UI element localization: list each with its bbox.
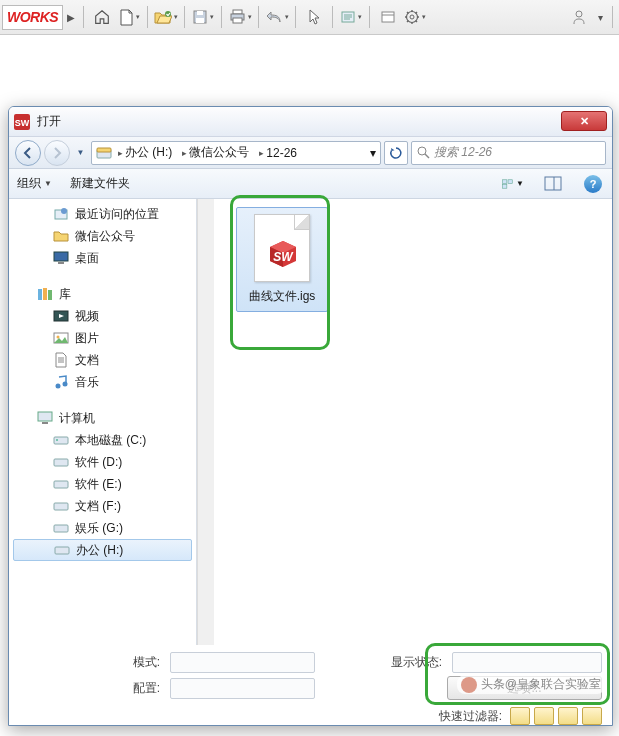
svg-rect-43 [38, 412, 52, 421]
tree-scrollbar[interactable] [197, 199, 214, 645]
save-icon[interactable] [190, 4, 216, 30]
tree-disk-g[interactable]: 娱乐 (G:) [9, 517, 196, 539]
state-dropdown[interactable] [452, 652, 602, 673]
app-icon: SW [13, 113, 31, 131]
search-input[interactable]: 搜索 12-26 [411, 141, 606, 165]
config-label: 配置: [19, 680, 164, 697]
address-bar[interactable]: ▸办公 (H:) ▸微信公众号 ▸12-26 ▾ [91, 141, 381, 165]
svg-rect-2 [197, 11, 203, 15]
svg-rect-29 [545, 177, 561, 190]
tree-documents[interactable]: 文档 [9, 349, 196, 371]
help-button[interactable]: ? [582, 173, 604, 195]
options-icon[interactable] [375, 4, 401, 30]
svg-rect-37 [48, 290, 52, 300]
file-item[interactable]: SW 曲线文件.igs [232, 201, 332, 318]
filter-assembly-icon[interactable] [510, 707, 530, 725]
open-folder-icon[interactable] [153, 4, 179, 30]
svg-point-42 [63, 382, 68, 387]
tree-libraries[interactable]: 库 [9, 283, 196, 305]
command-bar: 组织▼ 新建文件夹 ▼ ? [9, 169, 612, 199]
svg-rect-48 [54, 481, 68, 488]
mode-dropdown[interactable] [170, 652, 315, 673]
organize-menu[interactable]: 组织▼ [17, 175, 52, 192]
svg-point-41 [56, 384, 61, 389]
home-icon[interactable] [89, 4, 115, 30]
filter-label: 快速过滤器: [439, 708, 502, 725]
close-button[interactable]: ✕ [561, 111, 607, 131]
preview-pane-button[interactable] [542, 173, 564, 195]
drive-icon [96, 145, 112, 161]
svg-point-10 [410, 15, 414, 19]
svg-rect-50 [54, 525, 68, 532]
svg-point-40 [57, 336, 60, 339]
user-dropdown-icon[interactable]: ▾ [593, 12, 607, 23]
tree-desktop[interactable]: 桌面 [9, 247, 196, 269]
svg-rect-51 [55, 547, 69, 554]
svg-rect-34 [58, 262, 64, 264]
user-icon[interactable] [566, 4, 592, 30]
rebuild-icon[interactable] [338, 4, 364, 30]
tree-disk-d[interactable]: 软件 (D:) [9, 451, 196, 473]
tree-disk-f[interactable]: 文档 (F:) [9, 495, 196, 517]
filter-part-icon[interactable] [534, 707, 554, 725]
toolbar-expand-icon[interactable]: ▶ [64, 12, 78, 23]
tree-videos[interactable]: 视频 [9, 305, 196, 327]
filter-drawing-icon[interactable] [558, 707, 578, 725]
svg-rect-49 [54, 503, 68, 510]
filter-top-icon[interactable] [582, 707, 602, 725]
options-panel: 模式: 显示状态: 配置: 选项... [9, 645, 612, 703]
svg-line-25 [425, 154, 429, 158]
svg-point-19 [576, 11, 582, 17]
svg-rect-44 [42, 422, 48, 424]
mode-label: 模式: [19, 654, 164, 671]
svg-rect-8 [382, 12, 394, 22]
dialog-titlebar: SW 打开 ✕ [9, 107, 612, 137]
state-label: 显示状态: [386, 654, 446, 671]
refresh-button[interactable] [384, 141, 408, 165]
new-folder-button[interactable]: 新建文件夹 [70, 175, 130, 192]
undo-icon[interactable] [264, 4, 290, 30]
watermark-avatar [461, 677, 477, 693]
svg-rect-35 [38, 289, 42, 300]
navigation-row: ▼ ▸办公 (H:) ▸微信公众号 ▸12-26 ▾ 搜索 12-26 [9, 137, 612, 169]
search-placeholder: 搜索 12-26 [434, 144, 492, 161]
nav-forward-button[interactable] [44, 140, 70, 166]
config-dropdown[interactable] [170, 678, 315, 699]
svg-rect-36 [43, 288, 47, 300]
tree-computer[interactable]: 计算机 [9, 407, 196, 429]
tree-disk-e[interactable]: 软件 (E:) [9, 473, 196, 495]
tree-recent[interactable]: 最近访问的位置 [9, 203, 196, 225]
view-mode-button[interactable]: ▼ [502, 173, 524, 195]
open-dialog: SW 打开 ✕ ▼ ▸办公 (H:) ▸微信公众号 ▸12-26 ▾ 搜索 12… [8, 106, 613, 726]
nav-back-button[interactable] [15, 140, 41, 166]
svg-rect-4 [233, 10, 242, 14]
tree-wechat[interactable]: 微信公众号 [9, 225, 196, 247]
new-doc-icon[interactable] [116, 4, 142, 30]
file-thumbnail: SW [254, 214, 310, 282]
svg-point-46 [56, 439, 58, 441]
watermark: 头条@皇象联合实验室 [457, 675, 605, 694]
svg-rect-27 [503, 184, 507, 188]
svg-point-24 [418, 147, 426, 155]
print-icon[interactable] [227, 4, 253, 30]
tree-disk-c[interactable]: 本地磁盘 (C:) [9, 429, 196, 451]
svg-text:SW: SW [273, 250, 294, 264]
svg-rect-26 [503, 179, 507, 183]
svg-text:SW: SW [15, 118, 30, 128]
settings-gear-icon[interactable] [402, 4, 428, 30]
file-label: 曲线文件.igs [241, 288, 323, 305]
svg-rect-6 [233, 18, 242, 23]
tree-pictures[interactable]: 图片 [9, 327, 196, 349]
tree-music[interactable]: 音乐 [9, 371, 196, 393]
address-dropdown-icon[interactable]: ▾ [370, 146, 376, 160]
nav-history-dropdown[interactable]: ▼ [73, 140, 88, 166]
svg-rect-47 [54, 459, 68, 466]
app-logo: WORKS [2, 5, 63, 30]
tree-disk-h[interactable]: 办公 (H:) [13, 539, 192, 561]
select-icon[interactable] [301, 4, 327, 30]
file-list[interactable]: SW 曲线文件.igs [197, 199, 612, 645]
navigation-tree[interactable]: 最近访问的位置 微信公众号 桌面 库 视频 图片 [9, 199, 197, 645]
svg-rect-3 [196, 18, 204, 23]
dialog-title: 打开 [37, 113, 608, 130]
svg-rect-45 [54, 437, 68, 444]
